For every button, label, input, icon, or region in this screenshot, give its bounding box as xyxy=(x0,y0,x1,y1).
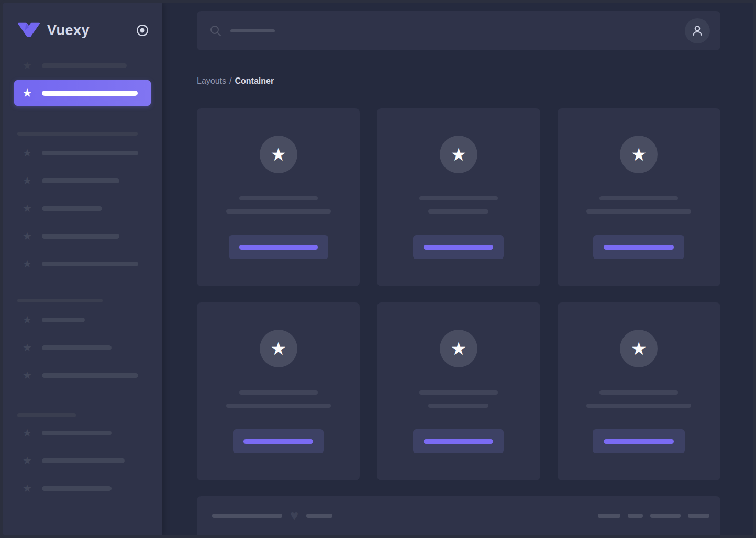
star-icon: ★ xyxy=(631,340,647,357)
card-subtitle-skeleton xyxy=(226,404,331,408)
card-title-skeleton xyxy=(419,196,498,200)
sidebar-item[interactable]: ★ xyxy=(21,342,162,353)
card-action-button[interactable] xyxy=(413,429,504,453)
card-avatar-circle: ★ xyxy=(440,136,477,173)
star-icon: ★ xyxy=(21,87,34,99)
sidebar-brand-row: Vuexy xyxy=(3,3,162,43)
button-label-skeleton xyxy=(239,245,318,250)
star-icon: ★ xyxy=(21,427,34,439)
card-title-skeleton xyxy=(239,196,318,200)
sidebar-item-label-skeleton xyxy=(42,262,138,266)
breadcrumb: Layouts/Container xyxy=(197,76,720,86)
heart-icon: ♥ xyxy=(290,509,298,523)
sidebar-item[interactable]: ★ xyxy=(21,258,162,270)
star-icon: ★ xyxy=(451,340,466,357)
button-label-skeleton xyxy=(424,439,493,444)
sidebar-item-label-skeleton xyxy=(42,63,127,68)
search-placeholder-skeleton xyxy=(230,29,275,32)
star-icon: ★ xyxy=(21,203,34,214)
sidebar-item[interactable]: ★ xyxy=(21,427,162,439)
sidebar-item[interactable]: ★ xyxy=(21,314,162,326)
card-title-skeleton xyxy=(599,196,678,200)
card-action-button[interactable] xyxy=(233,429,324,453)
placeholder-card: ★ xyxy=(377,302,540,480)
sidebar-item-label-skeleton xyxy=(42,458,125,463)
card-avatar-circle: ★ xyxy=(440,330,477,367)
footer-link-skeleton xyxy=(650,514,681,518)
card-title-skeleton xyxy=(239,390,318,395)
button-label-skeleton xyxy=(424,245,493,250)
footer-bar: ♥ xyxy=(197,496,720,538)
sidebar-item-label-skeleton xyxy=(42,345,112,350)
star-icon: ★ xyxy=(21,369,34,381)
person-icon xyxy=(691,24,704,38)
footer-link-skeleton xyxy=(598,514,620,518)
placeholder-card: ★ xyxy=(197,108,360,286)
card-avatar-circle: ★ xyxy=(620,136,658,173)
sidebar-item-label-skeleton xyxy=(42,206,102,211)
placeholder-card: ★ xyxy=(197,302,360,480)
cards-grid: ★★★★★★ xyxy=(197,108,720,480)
star-icon: ★ xyxy=(270,340,286,357)
sidebar-item[interactable]: ★ xyxy=(21,147,162,159)
star-icon: ★ xyxy=(21,342,34,353)
star-icon: ★ xyxy=(631,145,647,163)
nav-pin-radio-icon[interactable] xyxy=(136,24,149,37)
sidebar-item[interactable]: ★ xyxy=(21,60,162,71)
card-action-button[interactable] xyxy=(593,429,685,453)
footer-text-skeleton xyxy=(212,514,282,518)
sidebar-item[interactable]: ★ xyxy=(21,230,162,242)
sidebar-item[interactable]: ★ xyxy=(21,175,162,186)
card-title-skeleton xyxy=(419,390,498,395)
sidebar-item-label-skeleton xyxy=(42,486,112,491)
sidebar-section-header-skeleton xyxy=(17,413,76,417)
star-icon: ★ xyxy=(21,230,34,242)
button-label-skeleton xyxy=(604,245,674,250)
star-icon: ★ xyxy=(270,145,286,163)
card-avatar-circle: ★ xyxy=(260,330,297,367)
breadcrumb-parent[interactable]: Layouts xyxy=(197,76,226,85)
card-subtitle-skeleton xyxy=(586,404,691,408)
star-icon: ★ xyxy=(451,145,466,163)
card-subtitle-skeleton xyxy=(428,404,488,408)
footer-link-skeleton xyxy=(688,514,709,518)
topbar-search[interactable] xyxy=(197,11,720,50)
star-icon: ★ xyxy=(21,483,34,494)
card-action-button[interactable] xyxy=(229,235,328,259)
sidebar-item-label-skeleton xyxy=(42,234,119,239)
brand-name: Vuexy xyxy=(47,23,136,39)
sidebar-item-label-skeleton xyxy=(42,91,138,96)
card-avatar-circle: ★ xyxy=(260,136,297,173)
user-avatar-button[interactable] xyxy=(685,18,710,43)
placeholder-card: ★ xyxy=(558,108,720,286)
card-subtitle-skeleton xyxy=(428,209,488,214)
sidebar-item-active[interactable]: ★ xyxy=(14,80,151,106)
card-subtitle-skeleton xyxy=(586,209,691,214)
card-title-skeleton xyxy=(599,390,678,395)
button-label-skeleton xyxy=(604,439,674,444)
star-icon: ★ xyxy=(21,147,34,159)
star-icon: ★ xyxy=(21,175,34,186)
sidebar-item[interactable]: ★ xyxy=(21,369,162,381)
main-content: Layouts/Container ★★★★★★ ♥ xyxy=(162,3,753,535)
breadcrumb-separator: / xyxy=(229,76,231,85)
footer-links-group xyxy=(598,514,709,518)
card-action-button[interactable] xyxy=(593,235,684,259)
star-icon: ★ xyxy=(21,60,34,71)
app-window: Vuexy ★★★★★★★★★★★★★ xyxy=(0,0,756,538)
card-subtitle-skeleton xyxy=(226,209,331,214)
sidebar-item[interactable]: ★ xyxy=(21,455,162,466)
sidebar-item[interactable]: ★ xyxy=(21,483,162,494)
card-avatar-circle: ★ xyxy=(620,330,658,367)
sidebar: Vuexy ★★★★★★★★★★★★★ xyxy=(3,3,162,535)
sidebar-section-header-skeleton xyxy=(17,299,103,302)
breadcrumb-current: Container xyxy=(235,76,274,85)
card-action-button[interactable] xyxy=(413,235,504,259)
sidebar-item-label-skeleton xyxy=(42,318,85,322)
star-icon: ★ xyxy=(21,314,34,326)
button-label-skeleton xyxy=(243,439,313,444)
sidebar-item-label-skeleton xyxy=(42,431,112,435)
vuexy-logo-icon xyxy=(17,22,40,39)
sidebar-item-label-skeleton xyxy=(42,373,138,378)
sidebar-item[interactable]: ★ xyxy=(21,203,162,214)
